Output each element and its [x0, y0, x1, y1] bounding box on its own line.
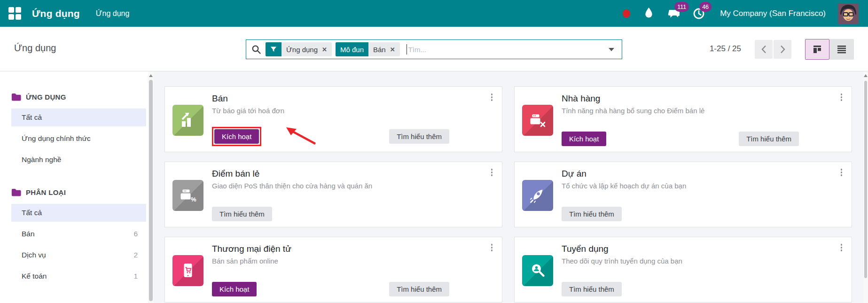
app-card-subtitle: Giao diện PoS thân thiện cho cửa hàng và… — [212, 182, 494, 190]
text-cursor — [407, 44, 407, 54]
sidebar-item-accounting-category[interactable]: Kế toán 1 — [11, 267, 146, 285]
kebab-menu-icon[interactable] — [490, 168, 494, 177]
app-card-pos: % Điểm bán lẻ Giao diện PoS thân thiện c… — [164, 162, 502, 227]
sidebar-section-apps: ỨNG DỤNG Tất cả Ứng dụng chính thức Ngàn… — [0, 93, 148, 169]
filter-funnel-icon — [266, 42, 282, 56]
control-panel: Ứng dụng Ứng dụng ✕ Mô đun Bán ✕ — [0, 27, 868, 71]
app-card-project: Dự án Tổ chức và lập kế hoạch dự án của … — [514, 162, 852, 227]
module-facet: Mô đun Bán ✕ — [336, 42, 400, 56]
apps-grid-icon[interactable] — [8, 7, 22, 20]
app-card-title: Dự án — [562, 169, 844, 179]
app-card-title: Thương mại điện tử — [212, 244, 494, 254]
activate-button[interactable]: Kích hoạt — [562, 132, 606, 146]
sidebar-item-sales-category[interactable]: Bán 6 — [11, 225, 146, 243]
facet-value: Ứng dụng — [286, 46, 318, 54]
sidebar-item-all-categories[interactable]: Tất cả — [11, 204, 146, 222]
app-card-title: Nhà hàng — [562, 93, 844, 104]
sales-app-icon — [172, 105, 203, 136]
sidebar-section-title: PHÂN LOẠI — [26, 188, 66, 196]
app-card-recruitment: Tuyển dụng Theo dõi quy trình tuyển dụng… — [514, 237, 852, 303]
app-card-subtitle: Bán sản phẩm online — [212, 257, 494, 265]
folder-icon — [11, 93, 21, 101]
learn-more-button[interactable]: Tìm hiểu thêm — [562, 207, 622, 221]
sidebar-section-categories: PHÂN LOẠI Tất cả Bán 6 Dịch vụ 2 Kế toán… — [0, 188, 148, 285]
activate-button[interactable]: Kích hoạt — [212, 282, 257, 296]
app-card-title: Điểm bán lẻ — [212, 169, 494, 179]
top-navbar: Ứng dụng Ứng dụng 111 46 My Company (San… — [0, 0, 868, 27]
chevron-left-icon — [761, 45, 766, 54]
activate-button[interactable]: Kích hoạt — [214, 129, 259, 144]
kebab-menu-icon[interactable] — [840, 93, 844, 102]
kanban-view-icon — [813, 45, 822, 54]
user-avatar[interactable] — [838, 3, 859, 24]
pager-range: 1-25 / 25 — [710, 44, 741, 54]
annotation-arrow-icon — [283, 125, 320, 147]
facet-remove-icon[interactable]: ✕ — [390, 46, 395, 53]
sidebar-item-all-apps[interactable]: Tất cả — [11, 109, 146, 126]
learn-more-button[interactable]: Tìm hiểu thêm — [212, 207, 272, 221]
app-card-title: Tuyển dụng — [562, 244, 844, 254]
app-card-subtitle: Từ báo giá tới hoá đơn — [212, 107, 494, 115]
learn-more-button[interactable]: Tìm hiểu thêm — [562, 282, 622, 296]
view-switcher-list[interactable] — [829, 39, 854, 60]
facet-value: Bán — [373, 46, 386, 54]
ecommerce-app-icon — [172, 255, 203, 286]
menu-item-apps[interactable]: Ứng dụng — [96, 9, 130, 18]
kebab-menu-icon[interactable] — [490, 93, 494, 102]
app-card-subtitle: Tính năng nhà hàng bổ sung cho Điểm bán … — [562, 107, 844, 115]
activities-clock-icon[interactable]: 46 — [692, 7, 705, 20]
sidebar-scrollbar[interactable] — [148, 71, 154, 303]
app-card-subtitle: Theo dõi quy trình tuyển dụng của bạn — [562, 257, 844, 265]
view-switcher — [805, 39, 854, 60]
recording-indicator-icon — [623, 9, 630, 18]
category-count: 6 — [133, 230, 138, 238]
recruitment-app-icon — [522, 255, 553, 286]
app-card-ecommerce: Thương mại điện tử Bán sản phẩm online K… — [164, 237, 502, 303]
svg-text:%: % — [191, 196, 196, 203]
sidebar-section-title: ỨNG DỤNG — [26, 93, 66, 101]
app-title: Ứng dụng — [32, 8, 80, 19]
facet-label: Mô đun — [336, 42, 368, 56]
company-switcher[interactable]: My Company (San Francisco) — [720, 9, 826, 18]
pager-next-button[interactable] — [774, 40, 791, 59]
messages-icon[interactable]: 111 — [667, 7, 680, 20]
kebab-menu-icon[interactable] — [840, 168, 844, 177]
learn-more-button[interactable]: Tìm hiểu thêm — [389, 129, 449, 144]
search-input[interactable] — [408, 46, 601, 54]
list-view-icon — [837, 45, 846, 54]
annotation-box: Kích hoạt — [212, 127, 261, 146]
learn-more-button[interactable]: Tìm hiểu thêm — [389, 282, 449, 296]
pager-previous-button[interactable] — [755, 40, 773, 59]
kebab-menu-icon[interactable] — [490, 243, 494, 252]
pos-app-icon: % — [172, 180, 203, 211]
folder-icon — [11, 188, 21, 196]
app-card-restaurant: Nhà hàng Tính năng nhà hàng bổ sung cho … — [514, 86, 852, 152]
sidebar-item-services-category[interactable]: Dịch vụ 2 — [11, 246, 146, 264]
search-dropdown-toggle[interactable] — [601, 40, 622, 59]
scroll-up-arrow-icon[interactable] — [864, 74, 868, 77]
category-count: 1 — [133, 272, 138, 280]
scroll-up-arrow-icon[interactable] — [149, 74, 153, 77]
category-count: 2 — [133, 251, 138, 259]
filter-facet: Ứng dụng ✕ — [266, 42, 332, 56]
sidebar-item-industries[interactable]: Ngành nghề — [11, 151, 146, 169]
search-bar[interactable]: Ứng dụng ✕ Mô đun Bán ✕ — [246, 39, 622, 59]
restaurant-app-icon — [522, 105, 553, 136]
app-card-sales: Bán Từ báo giá tới hoá đơn Kích hoạt Tìm… — [164, 86, 502, 152]
chevron-down-icon — [609, 48, 614, 51]
sidebar-item-official-apps[interactable]: Ứng dụng chính thức — [11, 130, 146, 148]
app-card-title: Bán — [212, 93, 494, 104]
kebab-menu-icon[interactable] — [840, 243, 844, 252]
learn-more-button[interactable]: Tìm hiểu thêm — [739, 132, 799, 146]
view-switcher-kanban[interactable] — [805, 39, 829, 60]
kanban-view: Bán Từ báo giá tới hoá đơn Kích hoạt Tìm… — [154, 71, 864, 303]
messages-badge: 111 — [674, 2, 689, 12]
main-scrollbar[interactable] — [863, 71, 868, 303]
facet-remove-icon[interactable]: ✕ — [322, 46, 327, 53]
app-card-subtitle: Tổ chức và lập kế hoạch dự án của bạn — [562, 182, 844, 190]
search-icon — [252, 45, 261, 54]
chevron-right-icon — [780, 45, 785, 54]
project-app-icon — [522, 180, 553, 211]
activities-badge: 46 — [699, 2, 712, 12]
droplet-icon[interactable] — [642, 7, 655, 20]
